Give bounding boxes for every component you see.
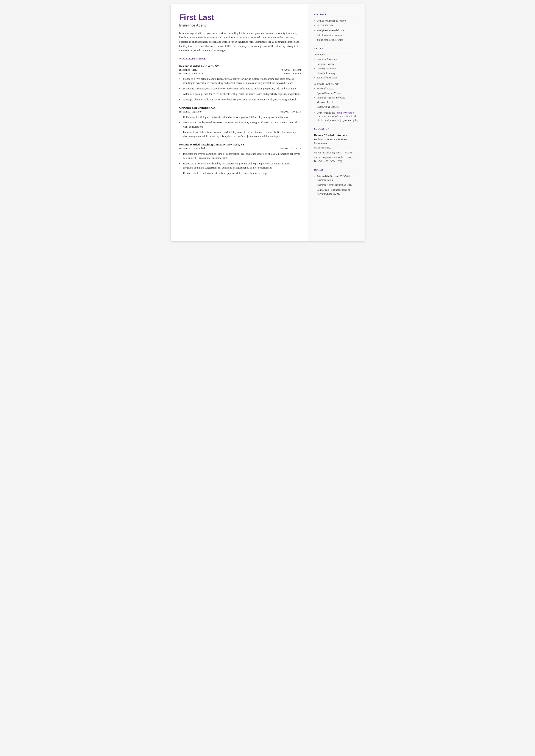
edu-awards: Awards: Top Insurance Broker - 2016, Dea… [314,156,359,163]
contact-title: CONTACT [314,13,359,17]
job-dates-1b: 10/2018 – Present [281,72,301,75]
other-title: OTHER [314,169,359,172]
job-title-3a: Insurance Claims Clerk [179,147,206,150]
contact-section: CONTACT Denver, OH (Open to Remote) +1-2… [314,13,359,42]
job-block-2: Growthsi, San Francisco, CA Insurance Ap… [179,106,301,139]
skill-tool-4: Underwriting Software [314,105,359,109]
promo-before: Don't forget to use [317,111,336,114]
job-title-1b: Insurance Underwriter [179,72,205,75]
bullet-3-3: Reached out to 5 underwriters to submit … [179,171,301,175]
skill-tool-3: Microsoft Excel [314,100,359,104]
skill-technique-2: Casualty Insurance [314,67,359,70]
bullet-3-2: Requested 3 policyholders hired by the c… [179,162,301,170]
promo-text: Don't forget to use Resume Worded to sca… [314,111,359,122]
skill-technique-0: Insurance Brokerage [314,58,359,61]
job-bullets-1: Managed a five-person team to restructur… [179,77,301,102]
skill-tool-2: Insurance Analysis Software [314,96,359,99]
other-item-1: Insurance Agent Certification (2017) [314,183,359,187]
other-item-2: Completed 8+ business classes on Harvard… [314,188,359,196]
job-dates-1a: 07/2019 – Present [281,68,301,71]
tools-label: Tools and Frameworks: [314,82,359,86]
job-dates-3a: 08/2012 – 01/2015 [281,147,301,150]
right-column: CONTACT Denver, OH (Open to Remote) +1-2… [309,4,365,241]
bullet-1-4: Averaged about 40 calls per day for new … [179,98,301,102]
edu-minors: Minors in Marketing, MBA — 05/2017 [314,151,359,154]
skill-technique-4: Term Life Insurance [314,76,359,79]
skills-title: SKILLS [314,47,359,51]
techniques-label: Techniques: [314,53,359,56]
skill-tool-1: Applied Systems Vision [314,91,359,95]
company-name-3: Resume Worded's Exciting Company, New Yo… [179,143,301,146]
job-block-3: Resume Worded's Exciting Company, New Yo… [179,143,301,176]
bullet-1-2: Maintained accurate, up-to-date files on… [179,87,301,91]
candidate-title: Insurance Agent [179,23,301,28]
other-item-0: Attended the 2011 and 2013 World Insuran… [314,175,359,182]
job-row-1a: Insurance Agent 07/2019 – Present [179,68,301,71]
job-block-1: Resume Worded, New York, NY Insurance Ag… [179,64,301,102]
resume-page: First Last Insurance Agent Insurance Age… [171,4,365,241]
edu-degree: Bachelor of Science in Business Manageme… [314,137,359,145]
bullet-2-1: Collaborated with top executives to set … [179,115,301,119]
bullet-2-2: Oversaw and implemented long-term custom… [179,121,301,129]
skill-tool-0: Microsoft Access [314,87,359,91]
edu-major: Major in Finance [314,146,359,150]
skill-technique-3: Strategic Planning [314,71,359,75]
job-title-1a: Insurance Agent [179,68,198,71]
bullet-2-3: Examined over 20 contract insurance and … [179,130,301,139]
job-title-2a: Insurance Appraiser [179,110,202,113]
education-section: EDUCATION Resume Worded University Bache… [314,127,359,163]
contact-item-4: github.com/resumeworded [314,38,359,42]
job-dates-2a: 05/2017 – 10/2019 [281,110,301,113]
company-name-1: Resume Worded, New York, NY [179,64,301,68]
job-row-3a: Insurance Claims Clerk 08/2012 – 01/2015 [179,147,301,150]
company-name-2: Growthsi, San Francisco, CA [179,106,301,109]
bullet-1-3: Acted as a point person for over 100 cli… [179,92,301,96]
skill-technique-1: Customer Service [314,62,359,66]
bullet-3-1: Inspected the overall condition, kind of… [179,152,301,160]
contact-item-0: Denver, OH (Open to Remote) [314,19,359,23]
job-bullets-3: Inspected the overall condition, kind of… [179,152,301,176]
contact-item-3: linkedin.com/in/username [314,33,359,37]
other-section: OTHER Attended the 2011 and 2013 World I… [314,169,359,196]
promo-link[interactable]: Resume Worded [336,111,352,114]
summary-text: Insurance Agent with ten years of experi… [179,31,301,53]
job-bullets-2: Collaborated with top executives to set … [179,115,301,139]
bullet-1-1: Managed a five-person team to restructur… [179,77,301,85]
contact-item-2: email@resumeworded.com [314,29,359,32]
job-row-1b: Insurance Underwriter 10/2018 – Present [179,72,301,75]
education-title: EDUCATION [314,127,359,131]
work-experience-section-title: WORK EXPERIENCE [179,57,301,61]
candidate-name: First Last [179,13,301,22]
skills-section: SKILLS Techniques: Insurance Brokerage C… [314,47,359,122]
edu-school: Resume Worded University [314,133,359,137]
job-row-2a: Insurance Appraiser 05/2017 – 10/2019 [179,110,301,113]
contact-item-1: +1-234-456-789 [314,24,359,27]
left-column: First Last Insurance Agent Insurance Age… [171,4,309,241]
